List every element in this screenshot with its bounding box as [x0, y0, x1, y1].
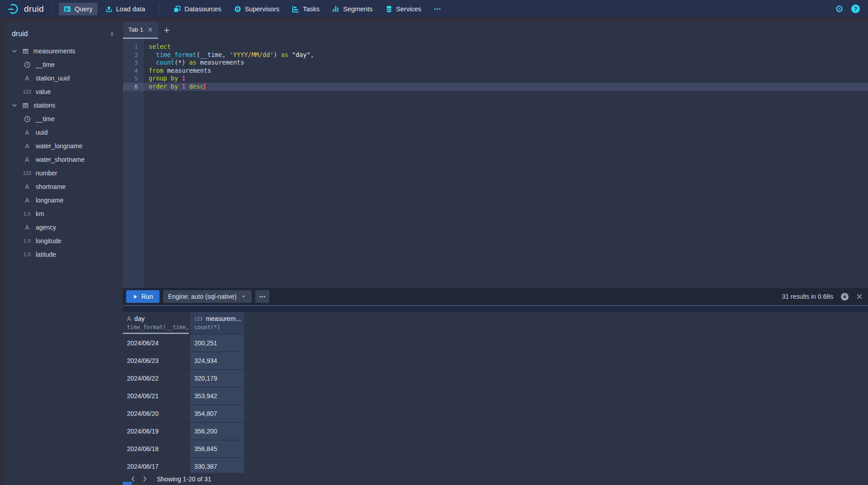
nav-item-label: Segments [343, 5, 372, 13]
nav-item-supervisors[interactable]: Supervisors [229, 3, 285, 15]
nav-item-label: Tasks [303, 5, 319, 13]
nav-item-segments[interactable]: Segments [327, 3, 377, 15]
sidebar-column-shortname[interactable]: Ashortname [5, 180, 122, 193]
table-row: 2024/06/19356,200 [123, 423, 244, 440]
code-line[interactable]: time_format(__time, 'YYYY/MM/dd') as "da… [144, 51, 868, 59]
sidebar-column-value[interactable]: 123value [5, 85, 122, 99]
table-name-label: measurements [33, 47, 75, 55]
run-button[interactable]: Run [126, 290, 160, 303]
nav-item-services[interactable]: Services [380, 3, 427, 15]
table-cell[interactable]: 330,387 [190, 458, 244, 473]
navbar: druid QueryLoad dataDatasourcesSuperviso… [0, 0, 868, 18]
engine-select-button[interactable]: Engine: auto (sql-native) [163, 290, 252, 303]
table-cell[interactable]: 2024/06/22 [123, 370, 190, 387]
sidebar-column-__time[interactable]: __time [5, 58, 122, 71]
panel-resize-handle[interactable] [123, 305, 868, 312]
add-tab-button[interactable] [158, 22, 175, 39]
table-cell[interactable]: 200,251 [190, 334, 244, 352]
float-type-icon: 1.0 [22, 238, 32, 244]
string-type-icon: A [22, 129, 32, 136]
table-cell[interactable]: 2024/06/20 [123, 405, 190, 422]
code-line[interactable]: from measurements [144, 67, 868, 75]
column-header-name: 123measurem... [194, 315, 244, 322]
chevron-right-icon [141, 476, 148, 482]
table-cell[interactable]: 320,179 [190, 370, 244, 387]
code-line[interactable]: count(*) as measurements [144, 59, 868, 67]
sidebar-table-stations[interactable]: stations [5, 99, 122, 112]
string-type-icon: A [22, 156, 32, 163]
table-cell[interactable]: 2024/06/17 [123, 458, 190, 473]
divider [52, 5, 52, 14]
services-icon [385, 5, 393, 13]
close-results-button[interactable] [856, 293, 863, 300]
column-name-label: number [36, 170, 57, 177]
nav-item-datasources[interactable]: Datasources [169, 3, 226, 15]
results-header: Adaytime_format(__time, …123measurem...c… [123, 312, 868, 334]
sql-token: (*) [174, 59, 189, 66]
sidebar-table-measurements[interactable]: measurements [5, 44, 122, 58]
table-cell[interactable]: 356,200 [190, 423, 244, 440]
nav-item-tasks[interactable]: Tasks [287, 3, 324, 15]
sidebar-column-agency[interactable]: Aagency [5, 221, 122, 234]
table-cell[interactable]: 356,845 [190, 440, 244, 457]
table-row: 2024/06/23324,934 [123, 352, 244, 370]
nav-item-label: Datasources [184, 5, 221, 13]
sidebar-column-water_longname[interactable]: Awater_longname [5, 139, 122, 153]
float-type-icon: 1.0 [22, 211, 32, 217]
download-results-button[interactable] [840, 292, 849, 301]
table-cell[interactable]: 354,807 [190, 405, 244, 422]
line-number: 1 [123, 43, 144, 51]
tab-1[interactable]: Tab 1 [123, 22, 158, 39]
table-cell[interactable]: 353,942 [190, 387, 244, 405]
supervisors-icon [234, 5, 241, 13]
sidebar-column-longname[interactable]: Alongname [5, 193, 122, 207]
settings-gear-icon[interactable]: ⚙ [835, 4, 844, 14]
sidebar-column-km[interactable]: 1.0km [5, 207, 122, 221]
results-status: 31 results in 0.68s [782, 293, 833, 300]
string-type-icon: A [22, 197, 32, 204]
table-cell[interactable]: 324,934 [190, 352, 244, 369]
druid-brand[interactable]: druid [8, 3, 44, 15]
prev-page-button[interactable] [127, 476, 139, 482]
table-cell[interactable]: 2024/06/19 [123, 423, 190, 440]
code-line[interactable]: order by 1 desc [144, 83, 868, 91]
sidebar-column-longitude[interactable]: 1.0longitude [5, 234, 122, 248]
results-column-header-2[interactable]: 123measurem...count(*) [190, 312, 244, 334]
table-name-label: stations [33, 102, 55, 109]
sidebar-column-__time[interactable]: __time [5, 112, 122, 126]
table-row: 2024/06/22320,179 [123, 370, 244, 387]
nav-item-query[interactable]: Query [59, 3, 98, 15]
table-cell[interactable]: 2024/06/23 [123, 352, 190, 369]
column-name-label: shortname [36, 183, 66, 190]
sidebar-column-uuid[interactable]: Auuid [5, 126, 122, 139]
sidebar-column-number[interactable]: 123number [5, 166, 122, 180]
nav-item-more[interactable] [429, 3, 446, 15]
query-more-button[interactable] [255, 290, 269, 303]
table-cell[interactable]: 2024/06/24 [123, 334, 190, 352]
sidebar-column-latitude[interactable]: 1.0latitude [5, 248, 122, 261]
table-cell[interactable]: 2024/06/18 [123, 440, 190, 457]
sidebar-column-water_shortname[interactable]: Awater_shortname [5, 153, 122, 166]
code-line[interactable]: select [144, 43, 868, 51]
play-icon [132, 294, 138, 300]
string-type-icon: A [127, 315, 131, 322]
close-tab-icon[interactable] [148, 27, 153, 32]
run-label: Run [141, 293, 153, 300]
navbar-right: ⚙ ? [835, 4, 860, 14]
next-page-button[interactable] [139, 476, 150, 482]
sql-editor[interactable]: 123456 select time_format(__time, 'YYYY/… [123, 39, 868, 288]
table-icon [22, 102, 29, 109]
help-icon[interactable]: ? [851, 5, 860, 13]
clock-icon [22, 61, 32, 68]
code-line[interactable]: group by 1 [144, 75, 868, 83]
sql-token: ) [273, 51, 281, 58]
column-name-label: latitude [36, 251, 56, 258]
double-caret-vertical-icon[interactable] [109, 31, 115, 37]
schema-tree: measurements__timeAstation_uuid123values… [5, 44, 122, 261]
line-number: 4 [123, 67, 144, 75]
sidebar-column-station_uuid[interactable]: Astation_uuid [5, 71, 122, 85]
line-number: 3 [123, 59, 144, 67]
results-column-header-1[interactable]: Adaytime_format(__time, … [123, 312, 190, 334]
nav-item-load-data[interactable]: Load data [100, 3, 150, 15]
table-cell[interactable]: 2024/06/21 [123, 387, 190, 405]
